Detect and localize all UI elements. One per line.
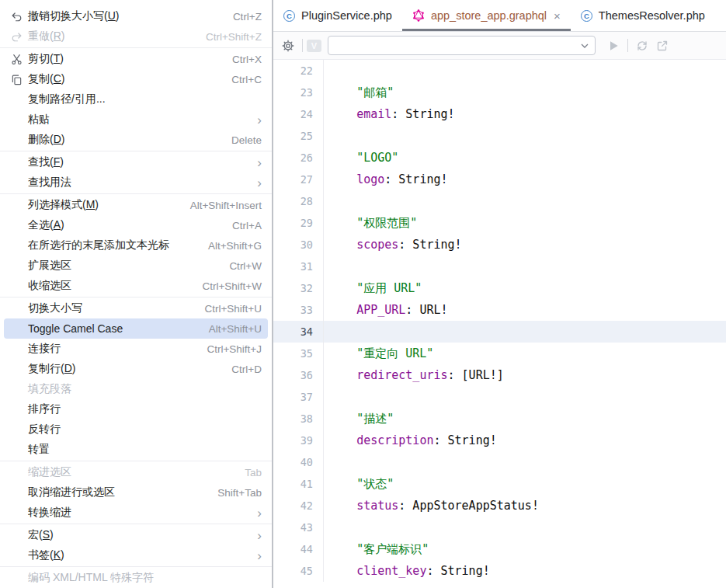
menu-item[interactable]: 排序行 [4,399,268,419]
menu-item[interactable]: 转置 [4,440,268,460]
editor-tabbar: CPluginService.phpapp_store_app.graphql×… [273,0,726,32]
menu-item[interactable]: 扩展选区Ctrl+W [4,256,268,276]
code-line-text: APP_URL: URL! [324,299,448,321]
menu-item-label: 编码 XML/HTML 特殊字符 [28,571,262,585]
line-number: 40 [273,451,324,473]
menu-item-icon-placeholder [10,176,23,189]
code-line: 41 "状态" [273,473,726,495]
line-number: 26 [273,147,324,169]
menu-item-icon-placeholder [10,113,23,126]
redo-icon [11,31,23,43]
line-number: 44 [273,538,324,560]
line-number: 27 [273,169,324,190]
menu-item-label: 转置 [28,443,262,457]
menu-separator [0,47,272,48]
query-combobox[interactable] [328,36,596,55]
code-line: 42 status: AppStoreAppStatus! [273,495,726,517]
copy-icon [11,74,23,85]
line-number: 29 [273,212,324,234]
code-line-text [324,321,328,343]
submenu-chevron-icon: › [257,529,262,542]
menu-item-label: Toggle Camel Case [28,322,195,335]
variables-toggle[interactable]: V [307,40,321,52]
menu-item[interactable]: 复制路径/引用... [4,89,268,110]
code-line: 27 logo: String! [273,169,726,190]
menu-item[interactable]: 宏(S)› [4,525,268,545]
menu-item-icon-placeholder [10,529,23,541]
editor-tab[interactable]: app_store_app.graphql× [402,0,571,31]
menu-item-icon-placeholder [10,219,23,231]
menu-item[interactable]: Toggle Camel CaseAlt+Shift+U [4,318,268,339]
menu-item[interactable]: 查找(F)› [4,152,268,172]
menu-item[interactable]: 在所选行的末尾添加文本光标Alt+Shift+G [4,235,268,256]
code-editor[interactable]: 2223 "邮箱"24 email: String!2526 "LOGO"27 … [273,60,726,588]
menu-item[interactable]: 剪切(T)Ctrl+X [4,49,268,69]
menu-item[interactable]: 切换大小写Ctrl+Shift+U [4,298,268,318]
code-line-text: "应用 URL" [324,277,422,299]
menu-item-icon-placeholder [10,444,23,456]
menu-item-label: 书签(K) [28,548,243,562]
menu-separator [0,151,272,151]
code-line-text: "状态" [324,473,394,495]
editor-panel: CPluginService.phpapp_store_app.graphql×… [273,0,726,588]
menu-item-icon-placeholder [10,423,23,436]
refresh-button[interactable] [632,36,652,56]
code-line: 44 "客户端标识" [273,538,726,560]
code-line-text: "描述" [324,408,394,430]
menu-item[interactable]: 转换缩进› [4,503,268,523]
code-line: 35 "重定向 URL" [273,343,726,364]
editor-tab[interactable]: CPluginService.php [273,0,402,31]
menu-item[interactable]: 查找用法› [4,172,268,193]
menu-item-label: 列选择模式(M) [28,198,176,212]
code-line-text [324,125,328,147]
menu-item-label: 复制行(D) [28,362,217,376]
menu-item-label: 删除(D) [28,133,217,147]
menu-item[interactable]: 复制行(D)Ctrl+D [4,359,268,379]
menu-shortcut: Alt+Shift+G [208,240,262,252]
menu-item-label: 缩进选区 [28,465,231,479]
code-line: 24 email: String! [273,103,726,125]
menu-item[interactable]: 复制(C)Ctrl+C [4,69,268,89]
line-number: 31 [273,256,324,277]
menu-item-icon-placeholder [10,403,23,416]
code-line-text: client_key: String! [324,560,490,582]
menu-item[interactable]: 书签(K)› [4,545,268,565]
code-line-text: redirect_uris: [URL!] [324,364,504,386]
menu-item-label: 剪切(T) [28,52,218,66]
menu-shortcut: Ctrl+Z [233,11,262,23]
code-line: 25 [273,125,726,147]
menu-item[interactable]: 撤销切换大小写(U)Ctrl+Z [4,6,268,26]
menu-item[interactable]: 取消缩进行或选区Shift+Tab [4,482,268,503]
menu-shortcut: Ctrl+D [231,364,262,375]
open-in-new-button[interactable] [652,36,672,56]
settings-gear-button[interactable] [278,36,298,56]
code-line: 31 [273,256,726,277]
menu-item-icon-placeholder [10,199,23,211]
editor-tab[interactable]: CThemesResolver.php [571,0,715,31]
menu-shortcut: Ctrl+W [229,260,262,272]
tab-label: app_store_app.graphql [431,9,547,22]
menu-item-icon-placeholder [10,259,23,272]
menu-item[interactable]: 收缩选区Ctrl+Shift+W [4,276,268,296]
menu-item[interactable]: 连接行Ctrl+Shift+J [4,339,268,359]
variables-badge-label: V [311,41,317,50]
menu-item[interactable]: 全选(A)Ctrl+A [4,215,268,235]
query-input[interactable] [335,40,581,51]
run-button[interactable] [603,36,624,56]
code-line: 33 APP_URL: URL! [273,299,726,321]
chevron-down-icon[interactable] [581,43,589,48]
menu-item[interactable]: 列选择模式(M)Alt+Shift+Insert [4,195,268,215]
line-number: 42 [273,495,324,517]
line-number: 25 [273,125,324,147]
tab-close-button[interactable]: × [554,10,561,22]
line-number: 35 [273,343,324,364]
code-line-text: description: String! [324,430,497,451]
code-line: 45 client_key: String! [273,560,726,582]
menu-item-label: 复制路径/引用... [28,92,262,106]
code-line-text [324,60,328,82]
menu-item[interactable]: 反转行 [4,419,268,440]
menu-item[interactable]: 删除(D)Delete [4,130,268,150]
line-number: 45 [273,560,324,582]
menu-shortcut: Ctrl+Shift+Z [206,31,262,43]
menu-item[interactable]: 粘贴› [4,110,268,130]
